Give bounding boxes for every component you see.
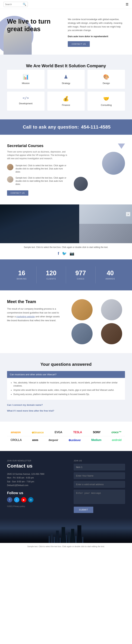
development-icon: </> — [10, 96, 42, 100]
service-card-strategy[interactable]: ♟ Strategy — [47, 70, 85, 89]
footer-youtube-icon[interactable]: ▶ — [21, 497, 26, 502]
facebook-icon[interactable]: f — [58, 251, 59, 256]
gallery-arrow[interactable]: › — [126, 212, 130, 216]
footer-social-icons: f t ▶ in — [7, 497, 68, 502]
faq-question-1[interactable]: Can musicians and other artists use Vibe… — [7, 371, 125, 378]
stat-clients-number: 120 — [38, 270, 64, 276]
team-member-4 — [101, 323, 122, 344]
secretarial-description: There are some symptoms such as dizzines… — [7, 150, 68, 160]
service-label-design: Design — [90, 82, 122, 84]
footer-submit-button[interactable]: SUBMIT — [74, 507, 93, 513]
secretarial-title: Secretarial Courses — [7, 144, 68, 148]
secretarial-left: Secretarial Courses There are some sympt… — [7, 144, 68, 196]
twitter-icon[interactable]: 🐦 — [62, 251, 67, 256]
service-card-mission[interactable]: 📊 Mission — [7, 70, 44, 89]
secretarial-contact-button[interactable]: CONTACT US — [7, 190, 28, 196]
stat-banking-number: 16 — [9, 270, 35, 276]
brand-sony[interactable]: SONY — [93, 431, 100, 434]
footer-name-input[interactable] — [74, 472, 125, 479]
team-title: Meet the Team — [7, 299, 63, 304]
phone-banner-prefix: Call to ask any question: — [23, 124, 79, 130]
menu-icon[interactable]: ☰ — [126, 2, 128, 6]
stat-banking-label: BANKING — [9, 278, 35, 280]
finance-icon: 💰 — [50, 96, 82, 102]
stat-cases-number: 977 — [68, 270, 94, 276]
service-label-consulting: Consulting — [90, 104, 122, 106]
gallery-right-images: › — [79, 204, 132, 243]
gallery-section: › — [0, 204, 132, 243]
search-box[interactable]: 🔍 — [4, 2, 28, 7]
testimonial-avatar-1 — [7, 164, 14, 170]
faq-question-3[interactable]: What if I need more time after the free … — [7, 408, 125, 413]
service-label-mission: Mission — [10, 82, 42, 84]
hero-description: We combine local knowledge with global e… — [68, 18, 125, 32]
footer-linkedin-icon[interactable]: in — [28, 497, 34, 502]
it-solution-title: We Are World Best It Solution Company — [7, 64, 125, 68]
footer-select[interactable]: Item 1 — [74, 464, 125, 470]
faq-answer-item-1: Yes, absolutely. Vibecart is suitable fo… — [14, 381, 122, 388]
footer-contact-title: Contact us — [7, 463, 68, 469]
service-card-design[interactable]: 🎨 Design — [88, 70, 125, 89]
header: 🔍 ☰ — [0, 0, 132, 9]
footer-city-image — [0, 518, 132, 543]
footer-email: Default1@Default.com — [7, 484, 68, 488]
gallery-caption: Sample text. Click to select the text bo… — [0, 243, 132, 251]
service-label-finance: Finance — [50, 104, 82, 106]
brand-bergvoir[interactable]: Bergvoir — [48, 439, 58, 442]
footer-address-line3: Sat - Sun: 9:00 am - 7:00 pm — [7, 480, 68, 484]
brand-amazon[interactable]: amazon — [11, 431, 21, 434]
brand-binance[interactable]: ◈binance — [32, 431, 44, 434]
stat-cases-label: CASES — [68, 278, 94, 280]
footer-follow-title: Follow us — [7, 491, 68, 495]
testimonial-1: Sample text. Click to select the text bo… — [7, 164, 68, 174]
footer-twitter-icon[interactable]: t — [14, 497, 19, 502]
service-card-finance[interactable]: 💰 Finance — [47, 92, 85, 110]
team-description: The result of our company branding proce… — [7, 307, 63, 322]
design-icon: 🎨 — [90, 74, 122, 80]
footer-address-line1: 2645 10 Sunrise Avenue, 123-456-7890 — [7, 472, 68, 476]
faq-question-2[interactable]: Can I connect my domain name? — [7, 402, 125, 407]
brand-crocs[interactable]: crocs™ — [112, 431, 121, 434]
brands-row-1: amazon ◈binance EVGA TESLA SONY crocs™ — [7, 429, 125, 436]
faq-section: Your questions answered Can musicians an… — [0, 353, 132, 422]
footer-newsletter-label: JOIN OUR NEWSLETTER — [7, 460, 68, 462]
footer-image-caption: Sample text. Click to select the text bo… — [0, 543, 132, 550]
hero-right-content: We combine local knowledge with global e… — [68, 18, 125, 47]
footer-message-textarea[interactable] — [74, 490, 125, 504]
hero-left-content: We live to turn great ideas — [7, 18, 64, 36]
hero-quote: Duis aute irure dolor in reprehenderit — [68, 35, 125, 38]
secretarial-image-large — [102, 152, 125, 175]
brand-tesla[interactable]: TESLA — [73, 431, 82, 434]
brand-evga[interactable]: EVGA — [54, 431, 62, 434]
stat-cases: 977 CASES — [66, 266, 96, 283]
phone-number: 454-111-4585 — [81, 124, 111, 130]
stat-banking: 16 BANKING — [7, 266, 36, 283]
testimonial-text-1: Sample text. Click to select the text bo… — [16, 164, 68, 174]
social-icons: f 🐦 📷 — [0, 251, 132, 260]
faq-answer-1: Yes, absolutely. Vibecart is suitable fo… — [7, 378, 125, 400]
brand-crolla[interactable]: CROLLA — [10, 438, 22, 442]
stat-awards: 40 AWARDS — [96, 266, 125, 283]
team-section: Meet the Team The result of our company … — [0, 290, 132, 353]
service-card-consulting[interactable]: 🤝 Consulting — [88, 92, 125, 110]
footer-left: JOIN OUR NEWSLETTER Contact us 2645 10 S… — [7, 460, 68, 513]
brands-row-2: CROLLA asos Bergvoir ⊕unilever Medium an… — [7, 436, 125, 444]
faq-title: Your questions answered — [7, 362, 125, 367]
team-grid — [69, 299, 125, 344]
team-member-2 — [101, 299, 122, 320]
triangle-decoration — [118, 144, 125, 149]
brand-unilever[interactable]: ⊕unilever — [68, 438, 81, 442]
service-card-development[interactable]: </> Development — [7, 92, 44, 110]
brand-medium[interactable]: Medium — [91, 438, 101, 442]
search-input[interactable] — [5, 3, 23, 6]
it-solution-section: We Are World Best It Solution Company 📊 … — [0, 54, 132, 120]
team-link[interactable]: marketing website — [16, 315, 35, 318]
footer-email-input[interactable] — [74, 481, 125, 488]
secretarial-section: Secretarial Courses There are some sympt… — [0, 135, 132, 204]
instagram-icon[interactable]: 📷 — [70, 251, 74, 256]
service-label-strategy: Strategy — [50, 82, 82, 84]
footer-facebook-icon[interactable]: f — [7, 497, 12, 502]
hero-cta-button[interactable]: CONTACT US — [68, 41, 90, 47]
brand-android[interactable]: android — [112, 438, 122, 442]
brand-asos[interactable]: asos — [32, 438, 38, 442]
